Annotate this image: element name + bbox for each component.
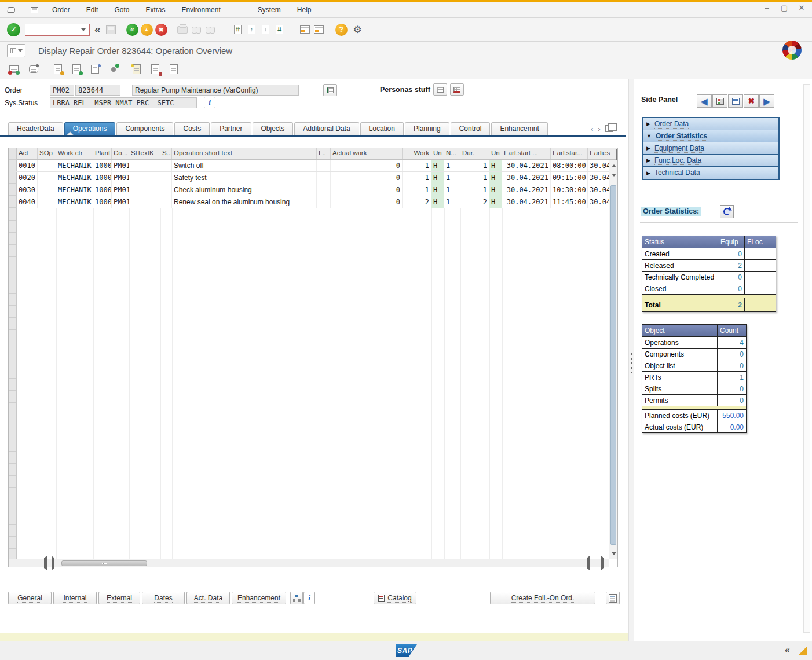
command-input[interactable] (27, 25, 81, 35)
accordion-technical-data[interactable]: ▶ Technical Data (643, 167, 778, 179)
minimize-icon[interactable]: – (762, 3, 771, 12)
accordion-order-data[interactable]: ▶ Order Data (643, 118, 778, 130)
table-row[interactable]: 0040 MECHANIK 1000 PM01 Renew seal on th… (9, 196, 617, 208)
chevron-down-icon[interactable] (81, 28, 86, 31)
accordion-equipment-data[interactable]: ▶ Equipment Data (643, 142, 778, 155)
enter-icon[interactable]: ✓ (7, 23, 20, 36)
menu-order[interactable]: Order (52, 6, 70, 14)
select-all-cell[interactable] (9, 148, 17, 160)
menu-help[interactable]: Help (297, 6, 312, 14)
refresh-button[interactable] (720, 205, 734, 218)
scroll-far-left-icon[interactable] (587, 558, 590, 569)
tab-location[interactable]: Location (360, 122, 404, 135)
detail-view-button[interactable] (606, 592, 620, 604)
col-earliest[interactable]: Earliest (588, 148, 610, 159)
create-shortcut-icon[interactable] (312, 23, 326, 36)
back-icon[interactable]: « (126, 24, 138, 36)
put-in-process-icon[interactable] (51, 63, 65, 76)
last-page-icon[interactable]: ⇊ (273, 23, 287, 36)
table-row[interactable]: 0010 MECHANIK 1000 PM01 Switch off 0 1 H… (9, 160, 617, 172)
table-settings-icon[interactable] (616, 150, 617, 160)
cancel-icon[interactable]: ✖ (155, 24, 167, 36)
col-work[interactable]: Work (403, 148, 431, 159)
statusbar-collapse-icon[interactable]: « (785, 645, 790, 655)
maximize-icon[interactable]: ▢ (780, 3, 789, 12)
row-selector[interactable] (9, 172, 17, 184)
dates-button[interactable]: Dates (142, 592, 185, 604)
display-change-icon[interactable] (7, 63, 21, 76)
col-operation-short-text[interactable]: Operation short text (172, 148, 317, 159)
export-document-icon[interactable] (148, 63, 162, 76)
gui-interaction-icon[interactable] (3, 4, 19, 16)
col-sop[interactable]: SOp (38, 148, 56, 159)
row-selector[interactable] (9, 196, 17, 208)
schedule-icon[interactable] (88, 63, 102, 76)
menu-system[interactable]: System (258, 6, 281, 14)
next-page-icon[interactable]: ↓ (259, 23, 273, 36)
scroll-left-icon[interactable] (44, 558, 47, 569)
status-info-button[interactable]: i (204, 97, 215, 108)
full-screen-icon[interactable] (605, 125, 613, 132)
horizontal-scrollbar[interactable] (9, 559, 609, 567)
save-icon[interactable] (104, 23, 118, 36)
scroll-down-icon[interactable] (611, 173, 616, 178)
col-act[interactable]: Act (17, 148, 38, 159)
previous-page-icon[interactable]: ↑ (245, 23, 259, 36)
gui-layout-menu-button[interactable] (7, 44, 25, 57)
exit-icon[interactable]: ▲ (141, 24, 153, 36)
col-un2[interactable]: Un (489, 148, 502, 159)
costs-book-icon[interactable] (130, 63, 144, 76)
tab-costs[interactable]: Costs (174, 122, 210, 135)
table-row[interactable]: 0030 MECHANIK 1000 PM01 Check aluminum h… (9, 184, 617, 196)
col-earl-start-date[interactable]: Earl.start ... (502, 148, 551, 159)
panel-layout-button[interactable] (712, 94, 727, 108)
general-button[interactable]: General (8, 592, 52, 604)
tab-scroll-right-icon[interactable]: › (598, 124, 600, 133)
tab-planning[interactable]: Planning (405, 122, 449, 135)
hierarchy-button[interactable] (290, 592, 303, 604)
resize-corner-icon[interactable] (798, 646, 807, 655)
col-earl-start-time[interactable]: Earl.star... (551, 148, 588, 159)
vertical-scrollbar[interactable] (609, 160, 617, 559)
tab-headerdata[interactable]: HeaderData (8, 122, 63, 135)
menu-goto[interactable]: Goto (114, 6, 129, 14)
row-selector[interactable] (9, 160, 17, 171)
col-dur[interactable]: Dur. (460, 148, 489, 159)
col-sttextk[interactable]: StTextK (129, 148, 160, 159)
personas-table-button[interactable] (433, 83, 447, 96)
horizontal-scroll-thumb[interactable] (61, 560, 147, 566)
window-menu-icon[interactable] (27, 4, 42, 16)
tab-control[interactable]: Control (451, 122, 491, 135)
panel-forward-button[interactable]: ▶ (759, 94, 774, 108)
side-panel-scrollbar[interactable] (803, 84, 810, 633)
tab-objects[interactable]: Objects (253, 122, 294, 135)
panel-splitter[interactable] (628, 79, 634, 641)
display-object-icon[interactable] (323, 84, 337, 96)
create-follow-on-order-button[interactable]: Create Foll.-On Ord. (490, 592, 595, 604)
tab-partner[interactable]: Partner (211, 122, 251, 135)
first-page-icon[interactable]: ⇈ (231, 23, 245, 36)
menu-environment[interactable]: Environment (181, 6, 220, 14)
row-selector[interactable] (9, 184, 17, 196)
act-data-button[interactable]: Act. Data (186, 592, 230, 604)
external-button[interactable]: External (98, 592, 140, 604)
collapse-toolbar-icon[interactable]: « (94, 23, 101, 36)
document-list-icon[interactable] (167, 63, 181, 76)
find-icon[interactable] (189, 23, 203, 36)
close-icon[interactable]: ✕ (797, 3, 806, 12)
find-next-icon[interactable] (203, 23, 217, 36)
col-actual-work[interactable]: Actual work (331, 148, 403, 159)
help-icon[interactable]: ? (335, 24, 348, 36)
scroll-right-icon[interactable] (52, 558, 54, 569)
new-session-icon[interactable] (298, 23, 312, 36)
panel-close-button[interactable]: ✖ (744, 94, 759, 108)
tab-components[interactable]: Components (116, 122, 173, 135)
vertical-scroll-thumb[interactable] (610, 185, 616, 545)
complete-confirmation-icon[interactable] (70, 63, 83, 76)
col-n[interactable]: N... (444, 148, 460, 159)
customize-layout-icon[interactable]: ⚙ (353, 24, 362, 36)
whip-release-icon[interactable] (27, 63, 41, 76)
splitter-grip[interactable] (631, 353, 632, 375)
col-s[interactable]: S... (160, 148, 172, 159)
tab-scroll-left-icon[interactable]: ‹ (591, 124, 593, 133)
